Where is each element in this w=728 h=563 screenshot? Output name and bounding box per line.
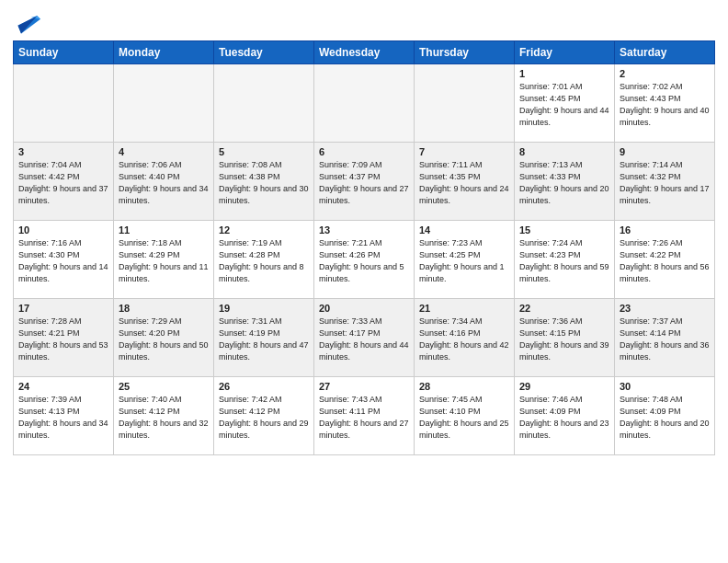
day-info: Sunrise: 7:37 AMSunset: 4:14 PMDaylight:… xyxy=(620,316,710,363)
day-number: 21 xyxy=(419,303,509,314)
day-info: Sunrise: 7:19 AMSunset: 4:28 PMDaylight:… xyxy=(219,237,309,285)
calendar-cell: 2Sunrise: 7:02 AMSunset: 4:43 PMDaylight… xyxy=(615,64,715,143)
calendar-cell: 25Sunrise: 7:40 AMSunset: 4:12 PMDayligh… xyxy=(114,377,214,455)
day-number: 28 xyxy=(419,381,509,392)
week-row-1: 1Sunrise: 7:01 AMSunset: 4:45 PMDaylight… xyxy=(14,64,715,143)
day-number: 15 xyxy=(519,224,609,236)
calendar-cell: 18Sunrise: 7:29 AMSunset: 4:20 PMDayligh… xyxy=(114,299,214,377)
day-number: 8 xyxy=(519,146,609,157)
day-info: Sunrise: 7:36 AMSunset: 4:15 PMDaylight:… xyxy=(519,316,609,363)
day-info: Sunrise: 7:28 AMSunset: 4:21 PMDaylight:… xyxy=(18,316,108,363)
day-info: Sunrise: 7:04 AMSunset: 4:42 PMDaylight:… xyxy=(18,159,108,207)
calendar-cell: 24Sunrise: 7:39 AMSunset: 4:13 PMDayligh… xyxy=(14,377,114,455)
weekday-header-wednesday: Wednesday xyxy=(314,41,415,64)
day-number: 19 xyxy=(219,303,309,314)
calendar-cell: 1Sunrise: 7:01 AMSunset: 4:45 PMDaylight… xyxy=(515,64,615,143)
day-number: 30 xyxy=(620,381,710,392)
day-info: Sunrise: 7:34 AMSunset: 4:16 PMDaylight:… xyxy=(419,316,509,363)
day-number: 25 xyxy=(119,381,209,392)
day-number: 6 xyxy=(319,146,409,157)
day-info: Sunrise: 7:01 AMSunset: 4:45 PMDaylight:… xyxy=(519,81,609,129)
week-row-4: 17Sunrise: 7:28 AMSunset: 4:21 PMDayligh… xyxy=(14,299,715,377)
svg-marker-2 xyxy=(18,16,38,33)
calendar-cell: 19Sunrise: 7:31 AMSunset: 4:19 PMDayligh… xyxy=(214,299,314,377)
day-info: Sunrise: 7:46 AMSunset: 4:09 PMDaylight:… xyxy=(519,394,609,442)
calendar-cell: 13Sunrise: 7:21 AMSunset: 4:26 PMDayligh… xyxy=(314,221,415,299)
day-info: Sunrise: 7:40 AMSunset: 4:12 PMDaylight:… xyxy=(119,394,209,442)
week-row-2: 3Sunrise: 7:04 AMSunset: 4:42 PMDaylight… xyxy=(14,143,715,221)
day-number: 11 xyxy=(119,224,209,236)
calendar-cell: 30Sunrise: 7:48 AMSunset: 4:09 PMDayligh… xyxy=(615,377,715,455)
calendar-cell: 20Sunrise: 7:33 AMSunset: 4:17 PMDayligh… xyxy=(314,299,415,377)
day-number: 24 xyxy=(18,381,108,392)
calendar-cell: 6Sunrise: 7:09 AMSunset: 4:37 PMDaylight… xyxy=(314,143,415,221)
day-info: Sunrise: 7:31 AMSunset: 4:19 PMDaylight:… xyxy=(219,316,309,363)
day-info: Sunrise: 7:45 AMSunset: 4:10 PMDaylight:… xyxy=(419,394,509,442)
calendar-cell: 22Sunrise: 7:36 AMSunset: 4:15 PMDayligh… xyxy=(515,299,615,377)
day-info: Sunrise: 7:11 AMSunset: 4:35 PMDaylight:… xyxy=(419,159,509,207)
weekday-header-sunday: Sunday xyxy=(14,41,114,64)
day-number: 12 xyxy=(219,224,309,236)
day-info: Sunrise: 7:21 AMSunset: 4:26 PMDaylight:… xyxy=(319,237,409,285)
calendar-cell: 4Sunrise: 7:06 AMSunset: 4:40 PMDaylight… xyxy=(114,143,214,221)
calendar-cell: 23Sunrise: 7:37 AMSunset: 4:14 PMDayligh… xyxy=(615,299,715,377)
day-number: 10 xyxy=(18,224,108,236)
logo-icon xyxy=(15,11,40,37)
day-info: Sunrise: 7:14 AMSunset: 4:32 PMDaylight:… xyxy=(620,159,710,207)
day-number: 27 xyxy=(319,381,409,392)
calendar-cell: 9Sunrise: 7:14 AMSunset: 4:32 PMDaylight… xyxy=(615,143,715,221)
day-info: Sunrise: 7:13 AMSunset: 4:33 PMDaylight:… xyxy=(519,159,609,207)
day-number: 18 xyxy=(119,303,209,314)
day-info: Sunrise: 7:29 AMSunset: 4:20 PMDaylight:… xyxy=(119,316,209,363)
calendar-cell: 10Sunrise: 7:16 AMSunset: 4:30 PMDayligh… xyxy=(14,221,114,299)
day-info: Sunrise: 7:43 AMSunset: 4:11 PMDaylight:… xyxy=(319,394,409,442)
calendar-cell: 17Sunrise: 7:28 AMSunset: 4:21 PMDayligh… xyxy=(14,299,114,377)
day-info: Sunrise: 7:06 AMSunset: 4:40 PMDaylight:… xyxy=(119,159,209,207)
day-number: 7 xyxy=(419,146,509,157)
day-number: 22 xyxy=(519,303,609,314)
day-info: Sunrise: 7:26 AMSunset: 4:22 PMDaylight:… xyxy=(620,237,710,285)
calendar-cell: 8Sunrise: 7:13 AMSunset: 4:33 PMDaylight… xyxy=(515,143,615,221)
day-number: 5 xyxy=(219,146,309,157)
weekday-header-thursday: Thursday xyxy=(415,41,515,64)
calendar-cell: 12Sunrise: 7:19 AMSunset: 4:28 PMDayligh… xyxy=(214,221,314,299)
weekday-header-friday: Friday xyxy=(515,41,615,64)
day-number: 9 xyxy=(620,146,710,157)
day-info: Sunrise: 7:16 AMSunset: 4:30 PMDaylight:… xyxy=(18,237,108,285)
calendar-cell: 29Sunrise: 7:46 AMSunset: 4:09 PMDayligh… xyxy=(515,377,615,455)
day-info: Sunrise: 7:42 AMSunset: 4:12 PMDaylight:… xyxy=(219,394,309,442)
calendar-cell: 14Sunrise: 7:23 AMSunset: 4:25 PMDayligh… xyxy=(415,221,515,299)
day-number: 29 xyxy=(519,381,609,392)
calendar-cell: 5Sunrise: 7:08 AMSunset: 4:38 PMDaylight… xyxy=(214,143,314,221)
week-row-5: 24Sunrise: 7:39 AMSunset: 4:13 PMDayligh… xyxy=(14,377,715,455)
day-number: 23 xyxy=(620,303,710,314)
calendar-cell xyxy=(314,64,415,143)
day-info: Sunrise: 7:02 AMSunset: 4:43 PMDaylight:… xyxy=(620,81,710,129)
day-info: Sunrise: 7:18 AMSunset: 4:29 PMDaylight:… xyxy=(119,237,209,285)
calendar-cell: 3Sunrise: 7:04 AMSunset: 4:42 PMDaylight… xyxy=(14,143,114,221)
day-number: 16 xyxy=(620,224,710,236)
weekday-header-monday: Monday xyxy=(114,41,214,64)
day-number: 13 xyxy=(319,224,409,236)
day-info: Sunrise: 7:08 AMSunset: 4:38 PMDaylight:… xyxy=(219,159,309,207)
weekday-header-tuesday: Tuesday xyxy=(214,41,314,64)
day-info: Sunrise: 7:33 AMSunset: 4:17 PMDaylight:… xyxy=(319,316,409,363)
day-number: 14 xyxy=(419,224,509,236)
day-number: 3 xyxy=(18,146,108,157)
day-number: 1 xyxy=(519,68,609,79)
day-info: Sunrise: 7:48 AMSunset: 4:09 PMDaylight:… xyxy=(620,394,710,442)
day-info: Sunrise: 7:24 AMSunset: 4:23 PMDaylight:… xyxy=(519,237,609,285)
calendar-table: SundayMondayTuesdayWednesdayThursdayFrid… xyxy=(13,40,715,455)
logo xyxy=(13,9,40,37)
calendar-cell: 27Sunrise: 7:43 AMSunset: 4:11 PMDayligh… xyxy=(314,377,415,455)
day-info: Sunrise: 7:23 AMSunset: 4:25 PMDaylight:… xyxy=(419,237,509,285)
calendar-cell: 15Sunrise: 7:24 AMSunset: 4:23 PMDayligh… xyxy=(515,221,615,299)
calendar-cell xyxy=(14,64,114,143)
day-number: 2 xyxy=(620,68,710,79)
calendar-cell xyxy=(214,64,314,143)
calendar-cell: 16Sunrise: 7:26 AMSunset: 4:22 PMDayligh… xyxy=(615,221,715,299)
week-row-3: 10Sunrise: 7:16 AMSunset: 4:30 PMDayligh… xyxy=(14,221,715,299)
day-number: 26 xyxy=(219,381,309,392)
day-number: 4 xyxy=(119,146,209,157)
day-info: Sunrise: 7:39 AMSunset: 4:13 PMDaylight:… xyxy=(18,394,108,442)
